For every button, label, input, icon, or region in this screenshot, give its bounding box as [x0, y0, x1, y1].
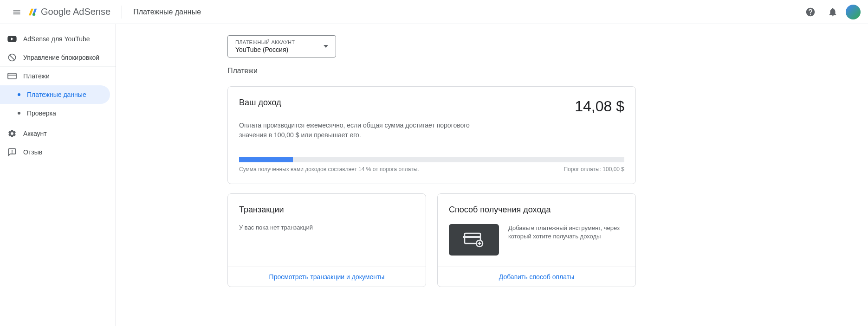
earnings-amount: 14,08 $ [575, 98, 624, 115]
account-selector-label: ПЛАТЕЖНЫЙ АККАУНТ [235, 39, 295, 45]
help-button[interactable] [801, 3, 820, 21]
sidebar-label: Управление блокировкой [23, 54, 99, 61]
sidebar-label: Отзыв [23, 148, 42, 156]
help-icon [805, 7, 816, 17]
earnings-progress-fill [239, 157, 293, 162]
card-placeholder-icon [449, 224, 499, 256]
transactions-title: Транзакции [239, 205, 415, 215]
sidebar: AdSense для YouTube Управление блокировк… [0, 24, 116, 326]
sidebar-item-blocking[interactable]: Управление блокировкой [0, 48, 116, 67]
page-title: Платежные данные [133, 8, 201, 16]
gear-icon [7, 129, 17, 138]
adsense-logo-icon [28, 7, 38, 17]
chevron-down-icon [324, 45, 328, 48]
add-payment-method-link[interactable]: Добавить способ оплаты [499, 273, 574, 281]
sidebar-label: AdSense для YouTube [23, 35, 90, 43]
payment-method-description: Добавьте платежный инструмент, через кот… [508, 224, 624, 241]
dot-icon [18, 93, 20, 96]
earnings-progress-text: Сумма полученных вами доходов составляет… [239, 166, 419, 173]
bell-icon [828, 7, 838, 17]
payment-method-card: Способ получения дохода [437, 193, 636, 287]
menu-button[interactable] [7, 3, 26, 21]
sidebar-label: Аккаунт [23, 130, 47, 137]
youtube-icon [7, 34, 17, 44]
section-heading: Платежи [227, 67, 636, 75]
sidebar-sub-verification[interactable]: Проверка [0, 104, 110, 122]
avatar[interactable] [846, 5, 861, 19]
svg-point-6 [12, 153, 13, 153]
payments-icon [7, 71, 17, 81]
transactions-empty: У вас пока нет транзакций [239, 224, 415, 231]
block-icon [7, 53, 17, 62]
dot-icon [18, 112, 20, 115]
account-selector[interactable]: ПЛАТЕЖНЫЙ АККАУНТ YouTube (Россия) [227, 35, 336, 58]
notifications-button[interactable] [823, 3, 842, 21]
transactions-card: Транзакции У вас пока нет транзакций Про… [227, 193, 426, 287]
account-selector-value: YouTube (Россия) [235, 46, 295, 53]
svg-line-2 [10, 55, 15, 60]
feedback-icon [7, 147, 17, 157]
brand-text: Google AdSense [41, 6, 110, 17]
earnings-card: Ваш доход 14,08 $ Оплата производится еж… [227, 86, 636, 184]
payment-method-title: Способ получения дохода [449, 205, 624, 215]
sidebar-item-payments[interactable]: Платежи [0, 67, 116, 85]
earnings-threshold-text: Порог оплаты: 100,00 $ [564, 166, 624, 173]
header-divider [122, 6, 122, 19]
svg-point-0 [32, 13, 35, 16]
sidebar-label: Платежи [23, 72, 50, 80]
view-transactions-link[interactable]: Просмотреть транзакции и документы [269, 273, 385, 281]
earnings-description: Оплата производится ежемесячно, если общ… [239, 121, 499, 140]
svg-rect-3 [8, 73, 16, 79]
sidebar-sub-label: Платежные данные [27, 91, 86, 98]
sidebar-item-feedback[interactable]: Отзыв [0, 143, 116, 161]
sidebar-item-account[interactable]: Аккаунт [0, 124, 116, 143]
sidebar-sub-label: Проверка [27, 109, 56, 117]
earnings-progress-bar [239, 157, 624, 162]
sidebar-sub-payment-info[interactable]: Платежные данные [0, 85, 110, 104]
adsense-logo[interactable]: Google AdSense [28, 6, 110, 17]
sidebar-item-adsense-youtube[interactable]: AdSense для YouTube [0, 30, 116, 48]
earnings-title: Ваш доход [239, 98, 281, 108]
